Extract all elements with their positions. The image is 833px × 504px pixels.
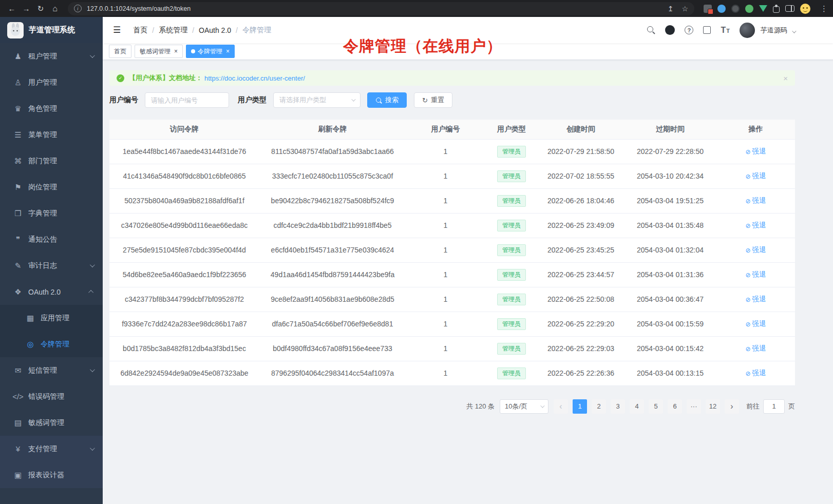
- next-page-button[interactable]: [725, 399, 739, 414]
- sidebar-item-dept[interactable]: ⌘部门管理: [0, 148, 103, 174]
- close-tab-icon[interactable]: [226, 48, 230, 55]
- breadcrumb-item[interactable]: OAuth 2.0: [199, 26, 231, 34]
- created-time-cell: 2022-06-25 23:44:57: [538, 262, 624, 287]
- force-logout-link[interactable]: 强退: [745, 245, 766, 255]
- close-tab-icon[interactable]: [174, 48, 178, 55]
- tab-home[interactable]: 首页: [109, 45, 131, 58]
- page-button[interactable]: 12: [706, 399, 720, 414]
- font-size-icon[interactable]: [721, 26, 730, 35]
- more-pages-button[interactable]: ···: [687, 399, 701, 414]
- user-id-cell: 1: [406, 164, 485, 188]
- github-icon[interactable]: [665, 25, 675, 35]
- breadcrumb-item[interactable]: 令牌管理: [242, 26, 271, 35]
- sidebar-item-user[interactable]: ♙用户管理: [0, 69, 103, 95]
- sidebar-item-post[interactable]: ⚑岗位管理: [0, 174, 103, 200]
- share-icon[interactable]: [668, 5, 674, 13]
- select-placeholder: 请选择用户类型: [279, 95, 326, 105]
- breadcrumb-item[interactable]: 首页: [133, 26, 147, 35]
- sidebar-item-audit-log[interactable]: ✎审计日志: [0, 253, 103, 279]
- goto-page-input[interactable]: [763, 399, 785, 414]
- sidebar-item-report-designer[interactable]: ▣报表设计器: [0, 462, 103, 488]
- search-icon[interactable]: [647, 26, 655, 34]
- doc-link[interactable]: https://doc.iocoder.cn/user-center/: [204, 74, 305, 82]
- sidebar-item-oauth2-token[interactable]: ◎令牌管理: [0, 331, 103, 357]
- expire-time-cell: 2054-03-10 20:42:34: [624, 164, 716, 188]
- vue-devtools-icon[interactable]: [759, 5, 767, 12]
- dept-icon: ⌘: [12, 157, 24, 166]
- sidebar-item-notice[interactable]: ❞通知公告: [0, 226, 103, 253]
- avatar[interactable]: [740, 23, 755, 38]
- delete-icon: [745, 345, 750, 353]
- page-button[interactable]: 2: [592, 399, 606, 414]
- goto-suffix: 页: [788, 402, 795, 411]
- expire-time-cell: 2054-03-04 01:32:04: [624, 238, 716, 262]
- site-info-icon[interactable]: [74, 5, 82, 12]
- extension-icon[interactable]: [745, 5, 753, 13]
- sidebar-item-oauth2-application[interactable]: ▦应用管理: [0, 305, 103, 331]
- user-type-select[interactable]: 请选择用户类型: [273, 92, 361, 108]
- force-logout-link[interactable]: 强退: [745, 147, 766, 156]
- extensions-menu-icon[interactable]: [773, 6, 780, 13]
- force-logout-link[interactable]: 强退: [745, 171, 766, 181]
- sidebar-item-error-code[interactable]: </>错误码管理: [0, 383, 103, 410]
- page-content: 【用户体系】文档地址： https://doc.iocoder.cn/user-…: [103, 60, 833, 504]
- reset-button[interactable]: 重置: [414, 92, 452, 108]
- extension-icon[interactable]: [704, 5, 712, 13]
- browser-profile-icon[interactable]: [800, 4, 810, 14]
- table-row: 502375b8040a469a9b82188afdf6af1fbe90422b…: [109, 188, 795, 213]
- page-button[interactable]: 5: [649, 399, 663, 414]
- user-id-input[interactable]: [145, 92, 229, 108]
- fullscreen-icon[interactable]: [703, 26, 711, 34]
- sidebar-item-pay[interactable]: ¥支付管理: [0, 436, 103, 462]
- username[interactable]: 芋道源码: [761, 26, 787, 35]
- bookmark-star-icon[interactable]: [681, 5, 688, 13]
- extension-icon[interactable]: [731, 5, 740, 13]
- sidebar-item-menu[interactable]: ☰菜单管理: [0, 122, 103, 148]
- delete-icon: [745, 271, 750, 279]
- force-logout-link[interactable]: 强退: [745, 270, 766, 279]
- pagination: 共 120 条 10条/页 123456···12 前往 页: [109, 399, 795, 414]
- browser-home-icon[interactable]: [48, 2, 62, 15]
- alert-close-icon[interactable]: [783, 74, 788, 83]
- browser-back-icon[interactable]: [5, 2, 18, 15]
- tab-sensitive-word[interactable]: 敏感词管理: [135, 45, 183, 58]
- side-panel-icon[interactable]: [785, 5, 794, 12]
- force-logout-link[interactable]: 强退: [745, 344, 766, 353]
- force-logout-link[interactable]: 强退: [745, 319, 766, 328]
- tab-token-management[interactable]: 令牌管理: [186, 45, 235, 58]
- force-logout-link[interactable]: 强退: [745, 196, 766, 205]
- breadcrumb: 首页/系统管理/OAuth 2.0/令牌管理: [133, 26, 271, 35]
- sidebar-item-sms[interactable]: ✉短信管理: [0, 357, 103, 383]
- breadcrumb-item[interactable]: 系统管理: [159, 26, 187, 35]
- sidebar-item-tenant[interactable]: ♟租户管理: [0, 43, 103, 69]
- chevron-down-icon: [351, 97, 355, 101]
- sidebar-item-oauth2[interactable]: ❖OAuth 2.0: [0, 279, 103, 305]
- address-bar[interactable]: 127.0.0.1:1024/system/oauth2/token: [68, 2, 694, 15]
- breadcrumb-separator: /: [152, 26, 154, 34]
- sidebar-item-sensitive-word[interactable]: ▤敏感词管理: [0, 410, 103, 436]
- collapse-sidebar-icon[interactable]: [109, 25, 125, 35]
- browser-toolbar: [704, 4, 828, 14]
- page-button[interactable]: 4: [630, 399, 644, 414]
- column-header: 过期时间: [624, 120, 716, 139]
- browser-forward-icon[interactable]: [20, 2, 33, 15]
- page-button[interactable]: 3: [611, 399, 625, 414]
- force-logout-link[interactable]: 强退: [745, 369, 766, 378]
- prev-page-button[interactable]: [554, 399, 568, 414]
- page-button[interactable]: 1: [573, 399, 587, 414]
- sidebar-item-role[interactable]: ♛角色管理: [0, 95, 103, 122]
- sidebar-item-dict[interactable]: ❒字典管理: [0, 200, 103, 226]
- force-logout-link[interactable]: 强退: [745, 295, 766, 304]
- extension-icon[interactable]: [717, 5, 726, 13]
- page-button[interactable]: 6: [668, 399, 682, 414]
- search-button[interactable]: 搜索: [367, 92, 407, 108]
- access-token-cell: f9336e7c7dd242a283ee98dc86b17a87: [109, 312, 259, 336]
- browser-menu-icon[interactable]: [820, 4, 828, 13]
- access-token-cell: 41c41346a548490f9dc8b01c6bfe0865: [109, 164, 259, 188]
- browser-reload-icon[interactable]: [34, 2, 47, 15]
- help-icon[interactable]: [685, 26, 693, 34]
- page-size-select[interactable]: 10条/页: [500, 399, 548, 414]
- force-logout-link[interactable]: 强退: [745, 221, 766, 230]
- audit-log-icon: ✎: [12, 261, 24, 270]
- refresh-token-cell: be90422b8c7946218275a508bf524fc9: [259, 188, 406, 213]
